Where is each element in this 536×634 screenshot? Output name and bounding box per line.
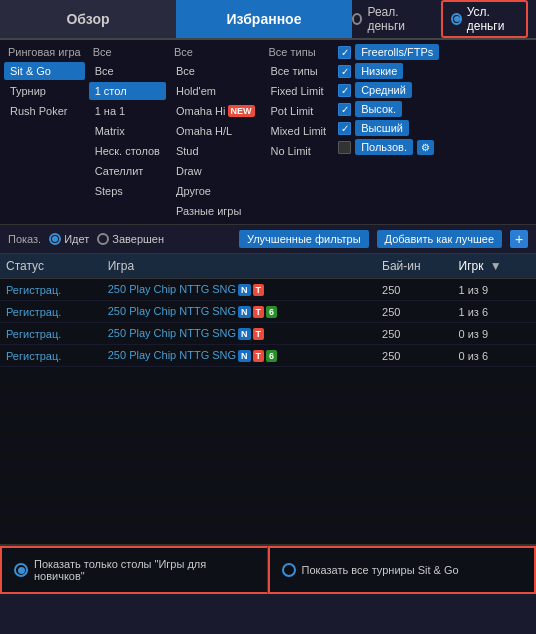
filter-omahahl[interactable]: Omaha H/L: [170, 122, 261, 140]
filter-fixed-limit[interactable]: Fixed Limit: [265, 82, 333, 100]
sort-arrow-icon: ▼: [490, 259, 502, 273]
table-cell-players: 0 из 9: [453, 323, 536, 345]
add-icon-btn[interactable]: +: [510, 230, 528, 248]
filter-omahahi[interactable]: Omaha Hi NEW: [170, 102, 261, 120]
completed-radio: [97, 233, 109, 245]
filter-highest[interactable]: Высший: [338, 120, 439, 136]
filter-tournament[interactable]: Турнир: [4, 82, 85, 100]
show-beginners-btn[interactable]: Показать только столы "Игры для новичков…: [0, 546, 268, 594]
filter-mixed[interactable]: Разные игры: [170, 202, 261, 220]
going-radio: [49, 233, 61, 245]
table-cell-game[interactable]: 250 Play Chip NTTG SNGNT6: [102, 301, 376, 323]
table-cell-status[interactable]: Регистрац.: [0, 301, 102, 323]
medium-label: Средний: [355, 82, 412, 98]
tag-badge-n: N: [238, 284, 251, 296]
pols-label: Пользов.: [355, 139, 413, 155]
bottom-bar: Показать только столы "Игры для новичков…: [0, 544, 536, 594]
tab-favorites[interactable]: Избранное: [176, 0, 352, 38]
table-row[interactable]: Регистрац.250 Play Chip NTTG SNGNT62500 …: [0, 345, 536, 367]
empty-row: [0, 499, 536, 521]
filter-high[interactable]: Высок.: [338, 101, 439, 117]
table-cell-status[interactable]: Регистрац.: [0, 279, 102, 301]
pols-row[interactable]: Пользов. ⚙: [338, 139, 439, 155]
tag-badge-t: T: [253, 328, 265, 340]
empty-row: [0, 389, 536, 411]
filter-gametype-header: Ринговая игра: [4, 44, 85, 60]
filter-mixed-limit[interactable]: Mixed Limit: [265, 122, 333, 140]
completed-label: Завершен: [112, 233, 164, 245]
freerolls-label: Freerolls/FTPs: [355, 44, 439, 60]
filter-matrix[interactable]: Matrix: [89, 122, 166, 140]
filter-col-tablesize: Все Все 1 стол 1 на 1 Matrix Неск. столо…: [89, 44, 166, 220]
low-label: Низкие: [355, 63, 403, 79]
play-money-radio: [451, 13, 461, 25]
empty-row: [0, 521, 536, 543]
table-row[interactable]: Регистрац.250 Play Chip NTTG SNGNT2500 и…: [0, 323, 536, 345]
tab-overview[interactable]: Обзор: [0, 0, 176, 38]
highest-label: Высший: [355, 120, 409, 136]
table-cell-players: 1 из 6: [453, 301, 536, 323]
filter-1table[interactable]: 1 стол: [89, 82, 166, 100]
filter-holdem[interactable]: Hold'em: [170, 82, 261, 100]
filter-stud[interactable]: Stud: [170, 142, 261, 160]
filter-multitable[interactable]: Неск. столов: [89, 142, 166, 160]
add-as-best-btn[interactable]: Добавить как лучшее: [377, 230, 502, 248]
all-sitgo-radio: [282, 563, 296, 577]
filter-sitgo[interactable]: Sit & Go: [4, 62, 85, 80]
col-players: Игрк ▼: [453, 254, 536, 279]
col-buyin: Бай-ин: [376, 254, 452, 279]
table-cell-players: 0 из 6: [453, 345, 536, 367]
col-status: Статус: [0, 254, 102, 279]
completed-toggle[interactable]: Завершен: [97, 233, 164, 245]
col-game: Игра: [102, 254, 376, 279]
table-row[interactable]: Регистрац.250 Play Chip NTTG SNGNT2501 и…: [0, 279, 536, 301]
play-money-label: Усл. деньги: [467, 5, 518, 33]
filters-area: Ринговая игра Sit & Go Турнир Rush Poker…: [0, 40, 536, 224]
table-cell-game[interactable]: 250 Play Chip NTTG SNGNT: [102, 279, 376, 301]
table-cell-players: 1 из 9: [453, 279, 536, 301]
filter-satellite[interactable]: Сателлит: [89, 162, 166, 180]
table-header-row: Статус Игра Бай-ин Игрк ▼: [0, 254, 536, 279]
filter-pot-limit[interactable]: Pot Limit: [265, 102, 333, 120]
play-money-option[interactable]: Усл. деньги: [441, 0, 528, 38]
table-row[interactable]: Регистрац.250 Play Chip NTTG SNGNT62501 …: [0, 301, 536, 323]
table-cell-status[interactable]: Регистрац.: [0, 323, 102, 345]
table-cell-status[interactable]: Регистрац.: [0, 345, 102, 367]
table-cell-game[interactable]: 250 Play Chip NTTG SNGNT: [102, 323, 376, 345]
going-toggle[interactable]: Идет: [49, 233, 89, 245]
pols-checkbox: [338, 141, 351, 154]
filter-variant-header: Все: [170, 44, 261, 60]
empty-row: [0, 367, 536, 389]
filter-1on1[interactable]: 1 на 1: [89, 102, 166, 120]
tag-badge-t: T: [253, 284, 265, 296]
filter-col-variant: Все Все Hold'em Omaha Hi NEW Omaha H/L S…: [170, 44, 261, 220]
beginners-label: Показать только столы "Игры для новичков…: [34, 558, 255, 582]
filter-all-tables[interactable]: Все: [89, 62, 166, 80]
show-label: Показ.: [8, 233, 41, 245]
high-label: Высок.: [355, 101, 402, 117]
new-badge: NEW: [228, 105, 255, 117]
right-filters: Freerolls/FTPs Низкие Средний Высок. Выс…: [338, 44, 439, 220]
real-money-radio: [352, 13, 362, 25]
show-all-sitgo-btn[interactable]: Показать все турниры Sit & Go: [268, 546, 537, 594]
advanced-filters-btn[interactable]: Улучшенные фильтры: [239, 230, 369, 248]
filter-freerolls[interactable]: Freerolls/FTPs: [338, 44, 439, 60]
filter-steps[interactable]: Steps: [89, 182, 166, 200]
medium-checkbox: [338, 84, 351, 97]
filter-low[interactable]: Низкие: [338, 63, 439, 79]
freerolls-checkbox: [338, 46, 351, 59]
filter-other[interactable]: Другое: [170, 182, 261, 200]
all-sitgo-label: Показать все турниры Sit & Go: [302, 564, 459, 576]
table-cell-game[interactable]: 250 Play Chip NTTG SNGNT6: [102, 345, 376, 367]
tag-badge-t: T: [253, 350, 265, 362]
filter-no-limit[interactable]: No Limit: [265, 142, 333, 160]
filter-medium[interactable]: Средний: [338, 82, 439, 98]
beginners-radio: [14, 563, 28, 577]
filter-rushpoker[interactable]: Rush Poker: [4, 102, 85, 120]
filter-all-variants[interactable]: Все: [170, 62, 261, 80]
real-money-option[interactable]: Реал. деньги: [352, 5, 425, 33]
filter-all-limits[interactable]: Все типы: [265, 62, 333, 80]
tag-badge-n: N: [238, 306, 251, 318]
filter-draw[interactable]: Draw: [170, 162, 261, 180]
filter-bar: Показ. Идет Завершен Улучшенные фильтры …: [0, 224, 536, 254]
